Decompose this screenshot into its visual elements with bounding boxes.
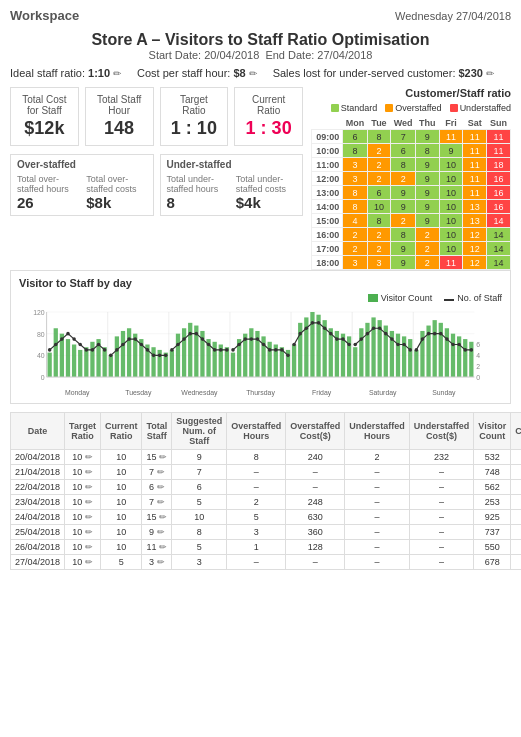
- cell-total-staff: 15 ✏: [142, 510, 172, 525]
- svg-rect-148: [439, 323, 443, 377]
- cell-under-h: –: [345, 510, 410, 525]
- page-subtitle: Start Date: 20/04/2018 End Date: 27/04/2…: [0, 49, 521, 61]
- cell-sales: 21: [511, 525, 521, 540]
- svg-point-163: [463, 348, 467, 352]
- svg-point-27: [72, 337, 76, 341]
- svg-point-136: [372, 326, 376, 330]
- svg-text:Friday: Friday: [312, 389, 332, 397]
- svg-rect-56: [170, 350, 174, 377]
- svg-point-89: [231, 348, 235, 352]
- col-date: Date: [11, 413, 65, 450]
- target-edit-icon[interactable]: ✏: [85, 542, 93, 552]
- staff-edit-icon[interactable]: ✏: [157, 527, 165, 537]
- svg-point-67: [170, 348, 174, 352]
- svg-text:80: 80: [37, 331, 45, 338]
- cell-suggested: 5: [172, 495, 227, 510]
- cell-total-staff: 7 ✏: [142, 465, 172, 480]
- current-ratio-metric: Current Ratio 1 : 30: [234, 87, 303, 146]
- cell-over-c: 630: [286, 510, 345, 525]
- svg-rect-150: [451, 334, 455, 377]
- cell-over-h: 2: [227, 495, 286, 510]
- ideal-ratio-edit-icon[interactable]: ✏: [113, 68, 121, 79]
- svg-rect-153: [469, 342, 473, 377]
- cell-suggested: 10: [172, 510, 227, 525]
- svg-rect-34: [109, 355, 113, 377]
- staff-edit-icon[interactable]: ✏: [159, 542, 167, 552]
- col-under-c: Understaffed Cost($): [409, 413, 474, 450]
- cost-edit-icon[interactable]: ✏: [249, 68, 257, 79]
- ideal-ratio-label: Ideal staff ratio:: [10, 67, 85, 79]
- svg-point-45: [109, 354, 113, 358]
- header-date: Wednesday 27/04/2018: [395, 10, 511, 22]
- cell-sales: 9: [511, 495, 521, 510]
- svg-point-160: [445, 337, 449, 341]
- over-under-row: Over-staffed Total over-staffed hours 26…: [10, 154, 303, 216]
- cell-date: 27/04/2018: [11, 555, 65, 570]
- page-title: Store A – Visitors to Staff Ratio Optimi…: [0, 31, 521, 49]
- target-edit-icon[interactable]: ✏: [85, 497, 93, 507]
- cell-under-c: –: [409, 495, 474, 510]
- metrics-row: Total Cost for Staff $12k Total Staff Ho…: [10, 87, 303, 146]
- config-row: Ideal staff ratio: 1:10 ✏ Cost per staff…: [10, 67, 511, 79]
- target-edit-icon[interactable]: ✏: [85, 482, 93, 492]
- svg-point-94: [262, 343, 266, 347]
- sales-edit-icon[interactable]: ✏: [486, 68, 494, 79]
- cell-target: 10 ✏: [65, 555, 101, 570]
- target-edit-icon[interactable]: ✏: [85, 512, 93, 522]
- col-over-h: Overstaffed Hours: [227, 413, 286, 450]
- table-row: 21/04/2018 10 ✏ 10 7 ✏ 7 – – – – 748 11 …: [11, 465, 522, 480]
- overstaffed-hours-value: 26: [17, 194, 78, 211]
- staff-edit-icon[interactable]: ✏: [157, 557, 165, 567]
- table-row: 22/04/2018 10 ✏ 10 6 ✏ 6 – – – – 562 20 …: [11, 480, 522, 495]
- svg-point-142: [408, 348, 412, 352]
- cost-label: Cost per staff hour:: [137, 67, 230, 79]
- cell-date: 20/04/2018: [11, 450, 65, 465]
- svg-point-50: [140, 343, 144, 347]
- svg-rect-144: [414, 350, 418, 377]
- understaffed-cost-value: $4k: [236, 194, 296, 211]
- cell-target: 10 ✏: [65, 540, 101, 555]
- svg-point-28: [78, 343, 82, 347]
- target-edit-icon[interactable]: ✏: [85, 527, 93, 537]
- cell-current: 10: [100, 450, 142, 465]
- svg-rect-125: [371, 317, 375, 377]
- svg-rect-152: [463, 339, 467, 377]
- svg-text:0: 0: [41, 374, 45, 381]
- target-edit-icon[interactable]: ✏: [85, 452, 93, 462]
- table-row: 25/04/2018 10 ✏ 10 9 ✏ 8 3 360 – – 737 2…: [11, 525, 522, 540]
- svg-rect-19: [90, 342, 94, 377]
- cell-visitors: 678: [474, 555, 511, 570]
- svg-point-52: [152, 354, 156, 358]
- staff-edit-icon[interactable]: ✏: [157, 482, 165, 492]
- cell-current: 10: [100, 480, 142, 495]
- staff-edit-icon[interactable]: ✏: [157, 467, 165, 477]
- svg-point-159: [439, 332, 443, 336]
- legend-overstaffed: Overstaffed: [395, 103, 441, 113]
- cell-sales: 12: [511, 540, 521, 555]
- staff-edit-icon[interactable]: ✏: [159, 512, 167, 522]
- heatmap-grid: MonTueWedThuFriSatSun09:00687911111110:0…: [311, 117, 511, 270]
- svg-point-68: [176, 343, 180, 347]
- cell-suggested: 7: [172, 465, 227, 480]
- svg-point-30: [91, 348, 95, 352]
- target-edit-icon[interactable]: ✏: [85, 557, 93, 567]
- svg-rect-84: [268, 342, 272, 377]
- svg-point-117: [329, 332, 333, 336]
- svg-point-115: [317, 321, 321, 325]
- svg-point-119: [341, 337, 345, 341]
- svg-point-71: [195, 332, 199, 336]
- cell-sales: 20: [511, 480, 521, 495]
- svg-rect-101: [298, 323, 302, 377]
- svg-text:Monday: Monday: [65, 389, 90, 397]
- target-edit-icon[interactable]: ✏: [85, 467, 93, 477]
- cell-over-h: 8: [227, 450, 286, 465]
- staff-edit-icon[interactable]: ✏: [159, 452, 167, 462]
- cell-total-staff: 3 ✏: [142, 555, 172, 570]
- cell-current: 5: [100, 555, 142, 570]
- cell-suggested: 6: [172, 480, 227, 495]
- cell-date: 22/04/2018: [11, 480, 65, 495]
- cell-over-h: –: [227, 465, 286, 480]
- col-total-staff: Total Staff: [142, 413, 172, 450]
- staff-edit-icon[interactable]: ✏: [157, 497, 165, 507]
- cell-total-staff: 9 ✏: [142, 525, 172, 540]
